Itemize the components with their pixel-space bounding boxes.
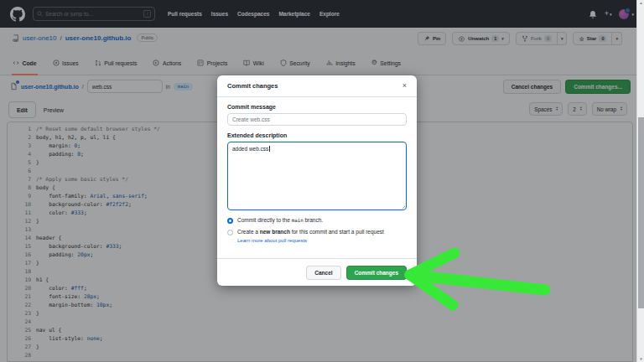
extended-description-textarea[interactable]: added web.css (227, 142, 407, 210)
extended-description-value: added web.css (232, 146, 268, 152)
scroll-up-icon[interactable]: ▲ (637, 1, 644, 5)
learn-more-link[interactable]: Learn more about pull requests (237, 238, 407, 243)
commit-direct-label: Commit directly to the main branch. (237, 217, 323, 224)
commit-message-label: Commit message (227, 104, 407, 110)
new-branch-radio[interactable] (227, 230, 233, 235)
modal-cancel-button[interactable]: Cancel (306, 266, 340, 280)
page-scrollbar[interactable]: ▲ ▼ (636, 0, 644, 362)
scrollbar-thumb[interactable] (638, 117, 644, 308)
resize-grip[interactable] (400, 204, 405, 209)
close-icon[interactable]: × (402, 82, 407, 90)
modal-commit-button[interactable]: Commit changes (346, 266, 407, 280)
extended-description-label: Extended description (227, 132, 407, 138)
commit-changes-modal: Commit changes × Commit message Extended… (217, 75, 417, 286)
modal-title: Commit changes (227, 82, 278, 90)
new-branch-label: Create a new branch for this commit and … (237, 229, 384, 235)
text-cursor (269, 146, 270, 152)
github-edit-page: Search or jump to... / Pull requestsIssu… (0, 0, 644, 362)
commit-direct-radio[interactable] (227, 218, 233, 224)
commit-message-input[interactable] (227, 113, 407, 126)
scroll-down-icon[interactable]: ▼ (637, 357, 644, 361)
branch-name: main (292, 218, 304, 223)
